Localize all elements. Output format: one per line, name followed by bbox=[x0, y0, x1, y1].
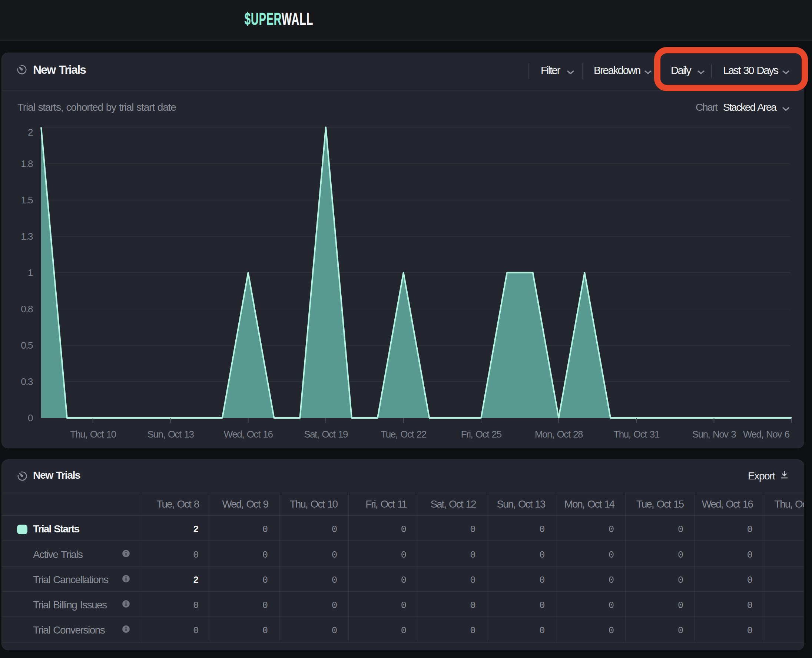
svg-text:Sun, Nov 3: Sun, Nov 3 bbox=[692, 429, 737, 440]
svg-text:0: 0 bbox=[28, 412, 33, 423]
svg-text:Sat, Oct 19: Sat, Oct 19 bbox=[304, 429, 348, 440]
svg-text:0.3: 0.3 bbox=[21, 376, 33, 387]
svg-text:Mon, Oct 28: Mon, Oct 28 bbox=[535, 429, 583, 440]
svg-text:Thu, Oct 10: Thu, Oct 10 bbox=[70, 429, 116, 440]
svg-text:Tue, Oct 22: Tue, Oct 22 bbox=[381, 429, 426, 440]
svg-text:Wed, Oct 16: Wed, Oct 16 bbox=[224, 429, 273, 440]
svg-text:Thu, Oct 31: Thu, Oct 31 bbox=[613, 429, 659, 440]
svg-text:0.8: 0.8 bbox=[21, 304, 33, 315]
svg-text:2: 2 bbox=[28, 127, 33, 138]
svg-text:Fri, Oct 25: Fri, Oct 25 bbox=[461, 429, 502, 440]
svg-text:1.8: 1.8 bbox=[21, 158, 33, 169]
svg-text:1.3: 1.3 bbox=[21, 231, 33, 242]
svg-text:1: 1 bbox=[28, 267, 33, 278]
svg-text:1.5: 1.5 bbox=[21, 194, 33, 205]
svg-text:0.5: 0.5 bbox=[21, 340, 33, 351]
svg-text:Sun, Oct 13: Sun, Oct 13 bbox=[147, 429, 194, 440]
svg-text:Wed, Nov 6: Wed, Nov 6 bbox=[743, 429, 789, 440]
